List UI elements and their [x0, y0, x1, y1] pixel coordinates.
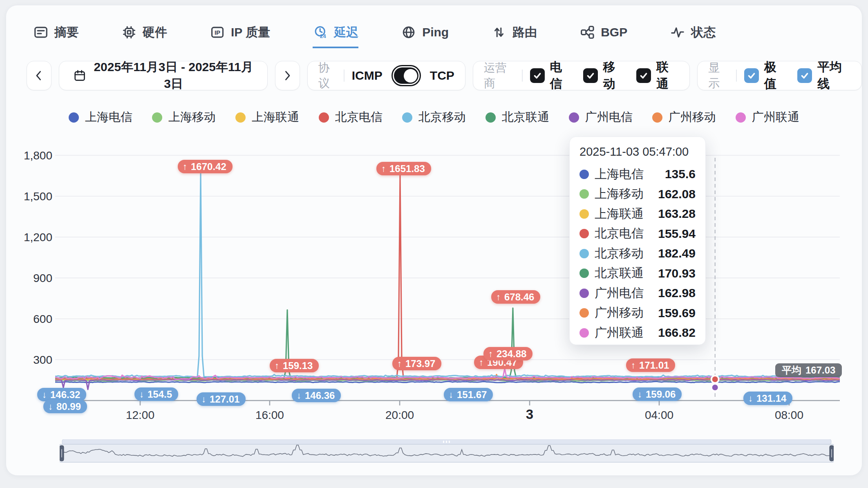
tab-summary[interactable]: 摘要 — [33, 24, 79, 48]
legend-label: 上海电信 — [85, 109, 132, 125]
operator-options: 电信移动联通 — [530, 59, 679, 92]
legend-item-北京电信[interactable]: 北京电信 — [319, 109, 383, 125]
svg-text:24: 24 — [320, 33, 326, 39]
legend-dot — [152, 112, 162, 123]
toggle-track — [394, 67, 418, 84]
checkbox-label: 极值 — [764, 59, 783, 92]
tab-status[interactable]: 状态 — [670, 24, 716, 48]
legend-item-广州电信[interactable]: 广州电信 — [569, 109, 633, 125]
toggle-knob — [404, 69, 417, 83]
calendar-icon — [73, 68, 86, 83]
tooltip-row-广州电信: 广州电信162.98 — [579, 283, 696, 303]
legend-item-广州联通[interactable]: 广州联通 — [736, 109, 799, 125]
legend-label: 广州移动 — [669, 109, 716, 125]
checkbox-label: 移动 — [603, 59, 622, 92]
tooltip-row-北京联通: 北京联通170.93 — [579, 264, 696, 284]
legend-label: 北京电信 — [335, 109, 383, 125]
checkbox-label: 联通 — [656, 59, 675, 92]
next-date-button[interactable] — [275, 61, 300, 90]
protocol-group: 协议 ICMP TCP — [307, 61, 465, 90]
tooltip-row-上海电信: 上海电信135.6 — [579, 164, 696, 184]
tab-label: 延迟 — [334, 24, 358, 41]
report-icon — [33, 25, 49, 40]
checkbox-label: 平均线 — [817, 59, 847, 92]
legend-item-北京移动[interactable]: 北京移动 — [402, 109, 466, 125]
tab-label: 路由 — [512, 24, 537, 41]
prev-date-button[interactable] — [27, 61, 51, 90]
chevron-left-icon — [32, 69, 46, 83]
tab-bgp[interactable]: BGP — [579, 25, 627, 47]
tab-ping[interactable]: Ping — [401, 25, 449, 47]
tooltip-row-上海移动: 上海移动162.08 — [579, 184, 696, 204]
series-name: 北京联通 — [595, 265, 652, 282]
series-value: 166.82 — [658, 326, 696, 340]
legend-dot — [69, 112, 79, 123]
tab-label: 硬件 — [143, 24, 167, 41]
tab-label: Ping — [422, 25, 449, 39]
tooltip-row-广州联通: 广州联通166.82 — [579, 323, 696, 343]
divider — [736, 69, 737, 82]
pulse-icon — [670, 25, 685, 40]
legend-label: 广州联通 — [752, 109, 799, 125]
legend-item-北京联通[interactable]: 北京联通 — [485, 109, 549, 125]
tooltip-row-广州移动: 广州移动159.69 — [579, 303, 696, 323]
series-name: 广州电信 — [595, 285, 652, 302]
legend-label: 广州电信 — [585, 109, 633, 125]
tab-ip-quality[interactable]: IPIP 质量 — [210, 24, 270, 48]
nodes-icon — [579, 25, 595, 40]
chart-minimap-brush[interactable] — [60, 439, 834, 463]
series-dot — [579, 289, 589, 298]
legend-dot — [569, 112, 579, 123]
series-dot — [579, 170, 589, 179]
series-name: 上海联通 — [595, 206, 652, 222]
tooltip-row-北京电信: 北京电信155.94 — [579, 224, 696, 244]
date-range-label: 2025年11月3日 - 2025年11月3日 — [94, 59, 253, 92]
series-dot — [579, 189, 589, 199]
series-dot — [579, 328, 589, 338]
legend-dot — [402, 112, 412, 123]
date-range-button[interactable]: 2025年11月3日 - 2025年11月3日 — [59, 61, 268, 90]
clock-24-icon: 24 — [313, 25, 328, 40]
series-dot — [579, 229, 589, 238]
series-value: 155.94 — [658, 227, 696, 241]
display-option-1: 极值 — [744, 59, 783, 92]
checkbox-联通[interactable] — [636, 68, 651, 83]
chevron-right-icon — [280, 69, 294, 83]
svg-text:IP: IP — [215, 29, 220, 36]
checkbox-移动[interactable] — [583, 68, 598, 83]
checkbox-电信[interactable] — [530, 68, 545, 83]
chart-tooltip: 2025-11-03 05:47:00 上海电信135.6上海移动162.08上… — [569, 137, 706, 345]
legend-dot — [736, 112, 746, 123]
checkbox-平均线[interactable] — [797, 68, 812, 83]
legend-item-广州移动[interactable]: 广州移动 — [652, 109, 716, 125]
series-value: 163.28 — [658, 207, 696, 221]
tab-hardware[interactable]: 硬件 — [121, 24, 167, 48]
series-value: 162.98 — [658, 286, 696, 300]
series-value: 182.49 — [658, 246, 696, 260]
divider — [522, 69, 523, 82]
tab-latency[interactable]: 24延迟 — [313, 24, 358, 48]
legend-item-上海电信[interactable]: 上海电信 — [69, 109, 132, 125]
globe-icon — [401, 25, 416, 40]
legend-dot — [235, 112, 246, 123]
legend-label: 上海联通 — [252, 109, 299, 125]
chart-legend: 上海电信上海移动上海联通北京电信北京移动北京联通广州电信广州移动广州联通 — [6, 109, 862, 125]
display-label: 显示 — [708, 60, 729, 91]
series-name: 广州联通 — [595, 325, 652, 341]
series-name: 广州移动 — [595, 304, 652, 321]
tooltip-row-上海联通: 上海联通163.28 — [579, 204, 696, 224]
tab-label: BGP — [601, 25, 627, 39]
series-name: 上海电信 — [595, 166, 659, 183]
legend-dot — [652, 112, 662, 123]
legend-item-上海联通[interactable]: 上海联通 — [235, 109, 299, 125]
operators-group: 运营商 电信移动联通 — [473, 61, 690, 90]
series-dot — [579, 269, 589, 278]
operator-option-3: 联通 — [636, 59, 675, 92]
display-option-2: 平均线 — [797, 59, 847, 92]
legend-item-上海移动[interactable]: 上海移动 — [152, 109, 216, 125]
display-group: 显示 极值平均线 — [697, 61, 862, 90]
tab-route[interactable]: 路由 — [491, 24, 537, 48]
checkbox-极值[interactable] — [744, 68, 759, 83]
route-arrows-icon — [491, 25, 507, 40]
protocol-toggle[interactable] — [391, 65, 421, 86]
